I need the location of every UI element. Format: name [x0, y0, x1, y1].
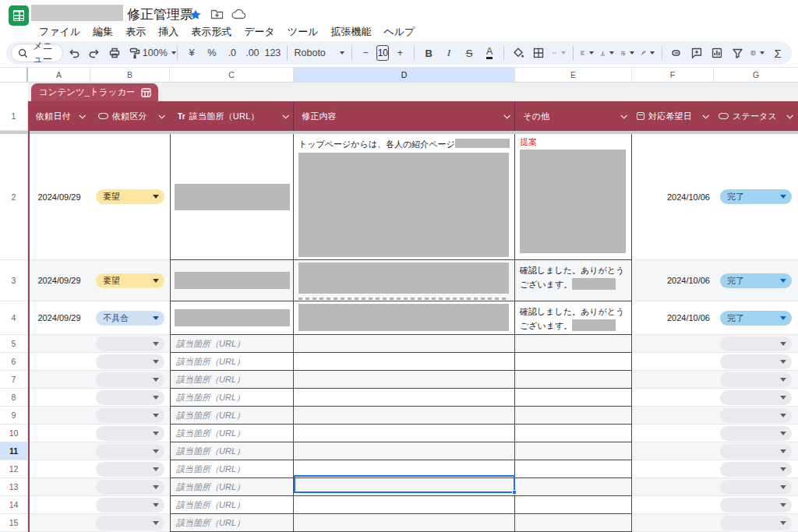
menus-search-button[interactable]: メニュー	[11, 44, 63, 62]
column-header-e[interactable]: E	[515, 68, 632, 82]
empty-status-chip[interactable]	[720, 390, 792, 405]
cell-a13[interactable]	[28, 478, 90, 496]
empty-category-chip[interactable]	[96, 336, 164, 351]
menu-edit[interactable]: 編集	[87, 23, 119, 41]
cell-c5[interactable]: 該当箇所（URL）	[170, 335, 294, 353]
header-cell-status[interactable]: ステータス	[714, 101, 798, 131]
cell-f14[interactable]	[632, 496, 714, 514]
empty-status-chip[interactable]	[720, 516, 792, 530]
cell-a2[interactable]: 2024/09/29	[28, 134, 90, 260]
cell-f4[interactable]: 2024/10/06	[632, 301, 714, 335]
cloud-status-icon[interactable]	[231, 9, 246, 19]
cell-e8[interactable]	[515, 389, 632, 407]
menu-file[interactable]: ファイル	[33, 23, 87, 41]
cell-a14[interactable]	[28, 496, 90, 514]
empty-category-chip[interactable]	[96, 408, 164, 423]
cell-b13[interactable]	[90, 478, 170, 496]
column-header-a[interactable]: A	[28, 68, 90, 82]
cell-f8[interactable]	[632, 389, 714, 407]
table-views-button[interactable]	[748, 44, 767, 62]
cell-b9[interactable]	[90, 407, 170, 425]
empty-category-chip[interactable]	[96, 498, 164, 513]
decrease-decimal-button[interactable]: .0	[223, 44, 242, 62]
cell-a12[interactable]	[28, 460, 90, 478]
empty-status-chip[interactable]	[720, 372, 792, 387]
cell-f7[interactable]	[632, 371, 714, 389]
cell-b6[interactable]	[90, 353, 170, 371]
column-header-g[interactable]: G	[714, 68, 798, 82]
cell-b4[interactable]: 不具合	[90, 301, 170, 335]
cell-a4[interactable]: 2024/09/29	[28, 301, 90, 335]
cell-e12[interactable]	[515, 460, 632, 478]
cell-f13[interactable]	[632, 478, 714, 496]
menu-insert[interactable]: 挿入	[152, 23, 185, 41]
redo-button[interactable]	[85, 44, 104, 62]
row-header-13[interactable]: 13	[0, 478, 28, 496]
cell-d15[interactable]	[294, 514, 515, 532]
cell-e9[interactable]	[515, 407, 632, 425]
more-formats-button[interactable]: 123	[263, 44, 282, 62]
font-size-input[interactable]: 10	[376, 45, 389, 61]
cell-e15[interactable]	[515, 514, 632, 532]
cell-g4[interactable]: 完了	[714, 301, 798, 335]
cell-d6[interactable]	[294, 353, 515, 371]
horizontal-align-button[interactable]	[577, 44, 596, 62]
cell-g11[interactable]	[714, 442, 798, 460]
empty-category-chip[interactable]	[96, 354, 164, 369]
cell-c10[interactable]: 該当箇所（URL）	[170, 425, 294, 442]
cell-e3[interactable]: 確認しました。ありがとうございます。	[515, 260, 632, 301]
header-cell-content[interactable]: 修正内容	[294, 101, 515, 131]
empty-status-chip[interactable]	[720, 336, 792, 351]
cell-b15[interactable]	[90, 514, 170, 532]
strikethrough-button[interactable]: S	[460, 44, 478, 62]
header-cell-due[interactable]: 対応希望日	[632, 101, 714, 131]
empty-category-chip[interactable]	[96, 426, 164, 441]
cell-g13[interactable]	[714, 478, 798, 496]
italic-button[interactable]: I	[440, 44, 458, 62]
row-header-5[interactable]: 5	[0, 335, 28, 353]
cell-e11[interactable]	[515, 442, 632, 460]
empty-status-chip[interactable]	[720, 462, 792, 477]
functions-button[interactable]: Σ	[768, 44, 787, 62]
cell-g9[interactable]	[714, 407, 798, 425]
empty-status-chip[interactable]	[720, 426, 792, 441]
create-filter-button[interactable]	[728, 44, 747, 62]
cell-c2[interactable]	[170, 134, 294, 260]
cell-a3[interactable]: 2024/09/29	[28, 260, 90, 301]
cell-g3[interactable]: 完了	[714, 260, 798, 301]
cell-d11-selected[interactable]	[294, 442, 515, 460]
cell-e5[interactable]	[515, 335, 632, 353]
cell-d2[interactable]: トップページからは、各人の紹介ページ	[294, 134, 515, 260]
cell-a11[interactable]	[28, 442, 90, 460]
header-cell-date[interactable]: 依頼日付	[28, 101, 90, 131]
undo-button[interactable]	[65, 44, 83, 62]
cell-a7[interactable]	[28, 371, 90, 389]
cell-b2[interactable]: 要望	[90, 134, 170, 260]
cell-e7[interactable]	[515, 371, 632, 389]
empty-category-chip[interactable]	[96, 444, 164, 459]
category-chip[interactable]: 要望	[96, 273, 164, 288]
row-header-6[interactable]: 6	[0, 353, 28, 371]
empty-category-chip[interactable]	[96, 372, 164, 387]
header-cell-url[interactable]: Tr 該当箇所（URL）	[170, 101, 294, 131]
cell-e14[interactable]	[515, 496, 632, 514]
merge-cells-button[interactable]	[549, 44, 568, 62]
selected-cell-outline[interactable]	[294, 475, 515, 493]
cell-b14[interactable]	[90, 496, 170, 514]
empty-status-chip[interactable]	[720, 480, 792, 495]
increase-decimal-button[interactable]: .00	[243, 44, 262, 62]
cell-g7[interactable]	[714, 371, 798, 389]
cell-c7[interactable]: 該当箇所（URL）	[170, 371, 294, 389]
cell-c14[interactable]: 該当箇所（URL）	[170, 496, 294, 514]
cell-g8[interactable]	[714, 389, 798, 407]
insert-comment-button[interactable]	[687, 44, 706, 62]
cell-d8[interactable]	[294, 389, 515, 407]
cell-b11[interactable]	[90, 442, 170, 460]
cell-d4[interactable]	[294, 301, 515, 335]
insert-chart-button[interactable]	[708, 44, 726, 62]
cell-b12[interactable]	[90, 460, 170, 478]
cell-g6[interactable]	[714, 353, 798, 371]
cell-f11[interactable]	[632, 442, 714, 460]
cell-g10[interactable]	[714, 425, 798, 442]
cell-a8[interactable]	[28, 389, 90, 407]
